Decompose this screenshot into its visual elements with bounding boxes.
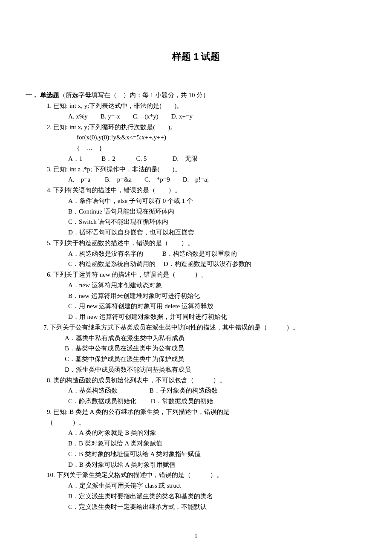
q8-line2: C．静态数据成员初始化 D．常数据成员的初始 xyxy=(68,396,354,407)
q4-c: C．Switch 语句不能出现在循环体内 xyxy=(68,217,354,227)
question-9: 9. 已知: B 类是 A 类的公有继承的派生类，下列描述中，错误的是 （ ）。… xyxy=(47,407,354,470)
q4-a: A．条件语句中，else 子句可以有 0 个或 1 个 xyxy=(68,196,354,206)
q9-a: A．A 类的对象就是 B 类的对象 xyxy=(68,428,354,438)
question-3: 3. 已知: int a ,*p; 下列操作中，非法的是( )。 A. p=a … xyxy=(47,164,354,185)
q3-stem: 3. 已知: int a ,*p; 下列操作中，非法的是( )。 xyxy=(47,164,354,175)
q7-a: A．基类中私有成员在派生类中为私有成员 xyxy=(65,333,354,344)
q10-a: A．定义派生类可用关键字 class 或 struct xyxy=(68,480,354,491)
q4-stem: 4. 下列有关语句的描述中，错误的是（ ）。 xyxy=(47,185,354,196)
q4-b: B．Continue 语句只能出现在循环体内 xyxy=(68,206,354,217)
q5-line1: A．构造函数是没有名字的 B．构造函数是可以重载的 xyxy=(68,249,354,259)
q5-stem: 5. 下列关于构造函数的描述中，错误的是（ ）。 xyxy=(47,238,354,249)
question-1: 1. 已知: int x, y;下列表达式中，非法的是( )。 A. x%y B… xyxy=(47,101,354,122)
q2-code-2: { … } xyxy=(77,143,354,153)
q8-line1: A．基类构造函数 B．子对象类的构造函数 xyxy=(68,385,354,396)
q6-b: B．new 运算符用来创建堆对象时可进行初始化 xyxy=(68,291,354,301)
q8-stem: 8. 类的构造函数的成员初始化列表中，不可以包含（ ）。 xyxy=(47,375,354,386)
q9-stem-1: 9. 已知: B 类是 A 类的公有继承的派生类，下列描述中，错误的是 xyxy=(47,407,354,417)
q2-options: A．1 B．2 C. 5 D. 无限 xyxy=(68,153,354,164)
q1-stem: 1. 已知: int x, y;下列表达式中，非法的是( )。 xyxy=(47,101,354,111)
q7-d: D．派生类中成员函数不能访问基类私有成员 xyxy=(65,364,354,375)
question-8: 8. 类的构造函数的成员初始化列表中，不可以包含（ ）。 A．基类构造函数 B．… xyxy=(47,375,354,407)
question-5: 5. 下列关于构造函数的描述中，错误的是（ ）。 A．构造函数是没有名字的 B．… xyxy=(47,238,354,269)
question-4: 4. 下列有关语句的描述中，错误的是（ ）。 A．条件语句中，else 子句可以… xyxy=(47,185,354,238)
q3-options: A. p=a B. p=&a C. *p=9 D. p!=a; xyxy=(68,174,354,185)
q6-stem: 6. 下列关于运算符 new 的描述中，错误的是（ ）。 xyxy=(47,269,354,280)
q9-b: B．B 类对象可以给 A 类对象赋值 xyxy=(68,438,354,449)
q7-stem: 7. 下列关于公有继承方式下基类成员在派生类中访问性的描述，其中错误的是（ ）。 xyxy=(43,322,354,333)
section-header: 一． 单选题（所选字母填写在（ ）内；每 1 小题分，共 10 分） xyxy=(26,90,354,101)
page-number: 1 xyxy=(38,531,354,541)
section-name: 单选题 xyxy=(40,92,59,98)
q6-c: C．用 new 运算符创建的对象可用 delete 运算符释放 xyxy=(68,301,354,312)
q6-d: D．用 new 运算符可创建对象数据，并可同时进行初始化 xyxy=(68,312,354,322)
q10-b: B．定义派生类时要指出派生类的类名和基类的类名 xyxy=(68,491,354,502)
q1-options: A. x%y B. y=-x C. --(x*y) D. x+=y xyxy=(68,111,354,122)
q6-a: A．new 运算符用来创建动态对象 xyxy=(68,280,354,291)
section-number: 一． xyxy=(26,92,38,98)
q9-stem-2: （ ）。 xyxy=(47,417,354,428)
q2-stem: 2. 已知: int x, y;下列循环的执行次数是( )。 xyxy=(47,122,354,133)
question-7: 7. 下列关于公有继承方式下基类成员在派生类中访问性的描述，其中错误的是（ ）。… xyxy=(43,322,354,375)
page-content: 样题 1 试题 一． 单选题（所选字母填写在（ ）内；每 1 小题分，共 10 … xyxy=(0,0,392,555)
q5-line2: C．构造函数是系统自动调用的 D．构造函数是可以没有参数的 xyxy=(68,259,354,269)
page-title: 样题 1 试题 xyxy=(38,49,354,64)
q7-c: C．基类中保护成员在派生类中为保护成员 xyxy=(65,354,354,364)
q9-c: C．B 类对象的地址值可以给 A 类对象指针赋值 xyxy=(68,449,354,460)
q10-c: C．定义派生类时一定要给出继承方式，不能默认 xyxy=(68,502,354,512)
q9-d: D．B 类对象可以给 A 类对象引用赋值 xyxy=(68,460,354,470)
q10-stem: 10. 下列关于派生类定义格式的描述中，错误的是（ ）。 xyxy=(47,470,354,480)
question-6: 6. 下列关于运算符 new 的描述中，错误的是（ ）。 A．new 运算符用来… xyxy=(47,269,354,322)
q2-code-1: for(x(0),y(0);!y&&x<=5;x++,y++) xyxy=(77,132,354,143)
q7-b: B．基类中公有成员在派生类中为公有成员 xyxy=(65,343,354,354)
section-desc: （所选字母填写在（ ）内；每 1 小题分，共 10 分） xyxy=(59,92,210,98)
question-10: 10. 下列关于派生类定义格式的描述中，错误的是（ ）。 A．定义派生类可用关键… xyxy=(47,470,354,512)
q4-d: D．循环语句可以自身嵌套，也可以相互嵌套 xyxy=(68,227,354,238)
question-2: 2. 已知: int x, y;下列循环的执行次数是( )。 for(x(0),… xyxy=(47,122,354,164)
